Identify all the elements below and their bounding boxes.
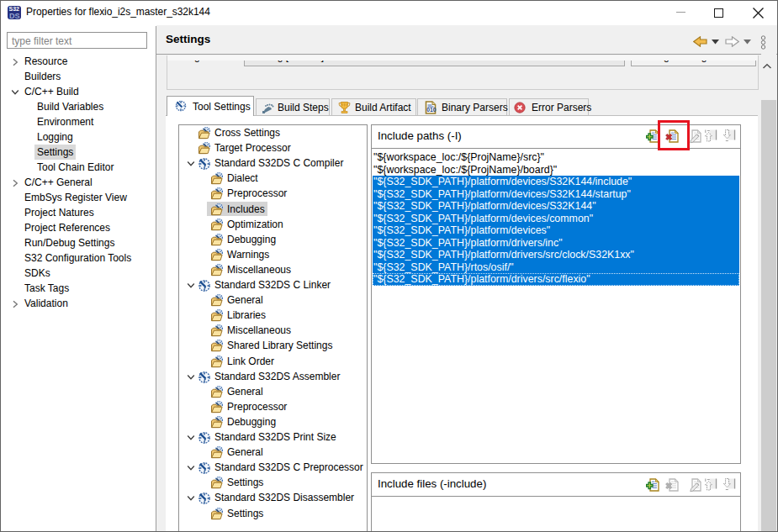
svg-text:010: 010: [426, 107, 437, 113]
